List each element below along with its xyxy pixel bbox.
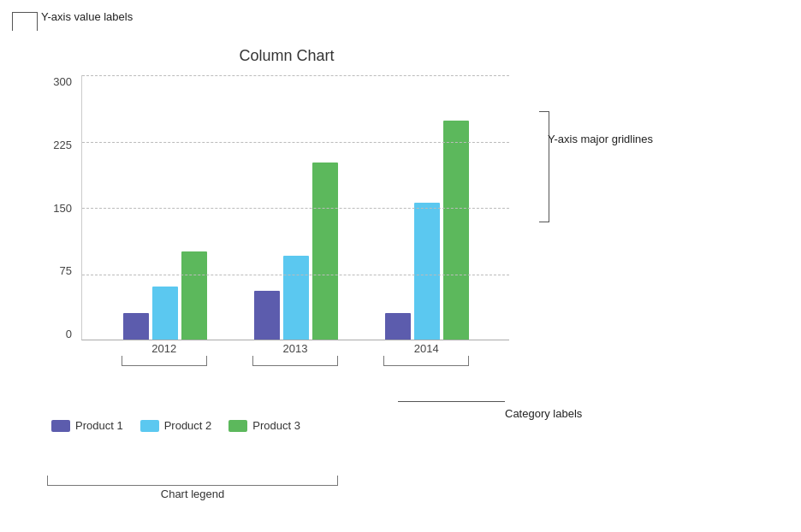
y-axis-label-annotation: Y-axis value labels xyxy=(41,10,133,23)
gridline xyxy=(82,275,509,275)
chart-area: Column Chart 300225150750 201220132014 xyxy=(47,47,526,389)
x-axis-label: 2012 xyxy=(122,342,207,355)
y-axis: 300225150750 xyxy=(47,75,77,340)
gridline xyxy=(82,142,509,143)
bar-product-2-2013 xyxy=(283,256,309,340)
y-axis-value: 0 xyxy=(66,328,77,340)
legend: Product 1Product 2Product 3 xyxy=(51,419,300,432)
bar-product-2-2012 xyxy=(152,287,178,340)
x-axis-label: 2014 xyxy=(383,342,469,355)
y-axis-value: 75 xyxy=(60,264,77,277)
y-axis-value: 150 xyxy=(53,202,77,215)
category-bracket xyxy=(252,356,338,366)
bar-product-2-2014 xyxy=(414,203,440,340)
y-axis-value: 300 xyxy=(53,75,77,88)
legend-swatch xyxy=(51,420,70,432)
legend-bracket-label: Chart legend xyxy=(47,488,338,500)
page-wrapper: Y-axis value labels Column Chart 3002251… xyxy=(0,0,801,532)
legend-bracket xyxy=(47,476,338,486)
bar-group xyxy=(254,163,338,340)
legend-swatch xyxy=(228,420,247,432)
category-bracket xyxy=(122,356,207,366)
gridlines-bracket xyxy=(539,111,549,222)
category-line xyxy=(398,401,505,402)
category-brackets xyxy=(81,356,509,366)
gridline xyxy=(82,208,509,209)
legend-item: Product 2 xyxy=(140,419,212,432)
category-annotation: Category labels xyxy=(505,407,582,420)
chart-inner: 300225150750 201220132014 xyxy=(47,75,526,375)
legend-label: Product 2 xyxy=(164,419,212,432)
y-axis-bracket xyxy=(12,12,38,31)
gridlines-annotation: Y-axis major gridlines xyxy=(548,133,653,145)
x-axis-label: 2013 xyxy=(252,342,338,355)
plot-area xyxy=(81,75,509,340)
legend-swatch xyxy=(140,420,159,432)
x-axis: 201220132014 xyxy=(81,342,509,355)
legend-label: Product 1 xyxy=(75,419,123,432)
legend-bracket-wrapper: Chart legend xyxy=(47,476,338,500)
bar-product-3-2012 xyxy=(181,251,207,340)
gridline xyxy=(82,75,509,76)
category-bracket xyxy=(383,356,469,366)
legend-item: Product 3 xyxy=(228,419,300,432)
bar-group xyxy=(123,251,207,340)
bar-product-1-2014 xyxy=(385,313,411,340)
legend-label: Product 3 xyxy=(252,419,300,432)
bar-group xyxy=(385,121,469,340)
legend-item: Product 1 xyxy=(51,419,123,432)
bar-product-1-2013 xyxy=(254,291,280,340)
bar-product-3-2014 xyxy=(443,121,469,340)
bar-product-1-2012 xyxy=(123,313,149,340)
chart-title: Column Chart xyxy=(47,47,526,65)
y-axis-value: 225 xyxy=(53,139,77,151)
bar-product-3-2013 xyxy=(312,163,338,340)
